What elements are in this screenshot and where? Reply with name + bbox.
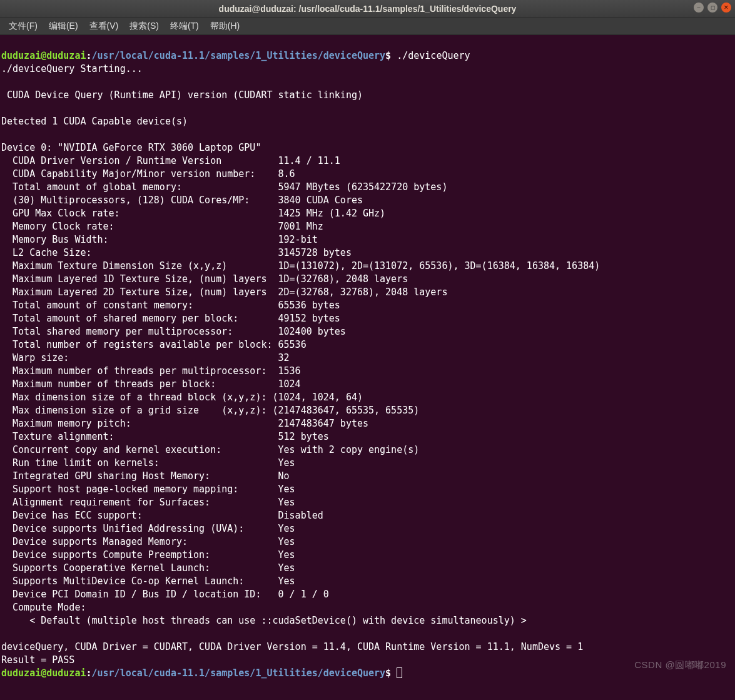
- menu-edit[interactable]: 编辑(E): [44, 19, 83, 33]
- output-line: L2 Cache Size: 3145728 bytes: [1, 247, 352, 258]
- output-line: Total amount of constant memory: 65536 b…: [1, 300, 340, 311]
- close-icon[interactable]: ✕: [721, 3, 731, 13]
- output-line: Device supports Unified Addressing (UVA)…: [1, 523, 295, 534]
- output-line: Total amount of shared memory per block:…: [1, 313, 340, 324]
- cursor-icon: [397, 667, 402, 678]
- output-line: Support host page-locked memory mapping:…: [1, 484, 295, 495]
- output-line: Maximum Layered 1D Texture Size, (num) l…: [1, 273, 408, 285]
- output-line: Alignment requirement for Surfaces: Yes: [1, 497, 295, 508]
- prompt-path: /usr/local/cuda-11.1/samples/1_Utilities…: [92, 50, 386, 61]
- output-line: Warp size: 32: [1, 352, 290, 363]
- command-entered: ./deviceQuery: [397, 50, 470, 61]
- prompt-colon: :: [86, 50, 91, 61]
- output-line: Total amount of global memory: 5947 MByt…: [1, 181, 447, 193]
- output-line: Maximum number of threads per multiproce…: [1, 365, 301, 377]
- output-line: Memory Clock rate: 7001 Mhz: [1, 221, 323, 232]
- output-line: < Default (multiple host threads can use…: [1, 615, 527, 626]
- menu-help[interactable]: 帮助(H): [205, 19, 245, 33]
- output-line: Device supports Compute Preemption: Yes: [1, 549, 295, 561]
- output-line: Maximum number of threads per block: 102…: [1, 378, 301, 390]
- output-line: Device has ECC support: Disabled: [1, 510, 323, 521]
- output-line: Maximum memory pitch: 2147483647 bytes: [1, 418, 368, 429]
- output-line: Result = PASS: [1, 654, 74, 666]
- output-line: Supports Cooperative Kernel Launch: Yes: [1, 562, 295, 574]
- minimize-icon[interactable]: –: [694, 3, 704, 13]
- output-line: ./deviceQuery Starting...: [1, 63, 143, 74]
- prompt-path: /usr/local/cuda-11.1/samples/1_Utilities…: [92, 667, 386, 679]
- maximize-icon[interactable]: ◻: [707, 3, 717, 13]
- output-line: Total number of registers available per …: [1, 339, 307, 350]
- output-line: Max dimension size of a grid size (x,y,z…: [1, 405, 419, 416]
- window-controls: – ◻ ✕: [694, 3, 731, 13]
- prompt-colon: :: [86, 667, 91, 679]
- output-line: Maximum Layered 2D Texture Size, (num) l…: [1, 287, 447, 298]
- output-line: Device PCI Domain ID / Bus ID / location…: [1, 589, 329, 600]
- output-line: Run time limit on kernels: Yes: [1, 457, 295, 469]
- output-line: Device 0: "NVIDIA GeForce RTX 3060 Lapto…: [1, 142, 261, 153]
- menubar: 文件(F) 编辑(E) 查看(V) 搜索(S) 终端(T) 帮助(H): [0, 18, 735, 35]
- output-line: deviceQuery, CUDA Driver = CUDART, CUDA …: [1, 641, 583, 652]
- menu-search[interactable]: 搜索(S): [124, 19, 164, 33]
- output-line: Device supports Managed Memory: Yes: [1, 536, 295, 547]
- output-line: CUDA Driver Version / Runtime Version 11…: [1, 155, 340, 166]
- prompt-user: duduzai@duduzai: [1, 667, 86, 679]
- output-line: (30) Multiprocessors, (128) CUDA Cores/M…: [1, 195, 363, 206]
- output-line: Concurrent copy and kernel execution: Ye…: [1, 444, 419, 455]
- output-line: Detected 1 CUDA Capable device(s): [1, 116, 188, 127]
- titlebar: duduzai@duduzai: /usr/local/cuda-11.1/sa…: [0, 0, 735, 18]
- output-line: Memory Bus Width: 192-bit: [1, 234, 318, 245]
- output-line: Supports MultiDevice Co-op Kernel Launch…: [1, 576, 295, 587]
- output-line: Maximum Texture Dimension Size (x,y,z) 1…: [1, 260, 600, 271]
- prompt-user: duduzai@duduzai: [1, 50, 86, 61]
- menu-terminal[interactable]: 终端(T): [165, 19, 204, 33]
- output-line: CUDA Device Query (Runtime API) version …: [1, 89, 363, 101]
- window-title: duduzai@duduzai: /usr/local/cuda-11.1/sa…: [219, 4, 517, 14]
- prompt-dollar: $: [385, 667, 391, 679]
- output-line: Total shared memory per multiprocessor: …: [1, 326, 346, 337]
- output-line: Integrated GPU sharing Host Memory: No: [1, 470, 290, 482]
- output-line: CUDA Capability Major/Minor version numb…: [1, 168, 295, 180]
- output-line: GPU Max Clock rate: 1425 MHz (1.42 GHz): [1, 208, 385, 219]
- prompt-dollar: $: [385, 50, 391, 61]
- terminal-area[interactable]: duduzai@duduzai:/usr/local/cuda-11.1/sam…: [0, 35, 735, 700]
- output-line: Max dimension size of a thread block (x,…: [1, 392, 363, 403]
- menu-view[interactable]: 查看(V): [84, 19, 124, 33]
- output-line: Compute Mode:: [1, 602, 86, 613]
- output-line: Texture alignment: 512 bytes: [1, 431, 329, 442]
- menu-file[interactable]: 文件(F): [4, 19, 43, 33]
